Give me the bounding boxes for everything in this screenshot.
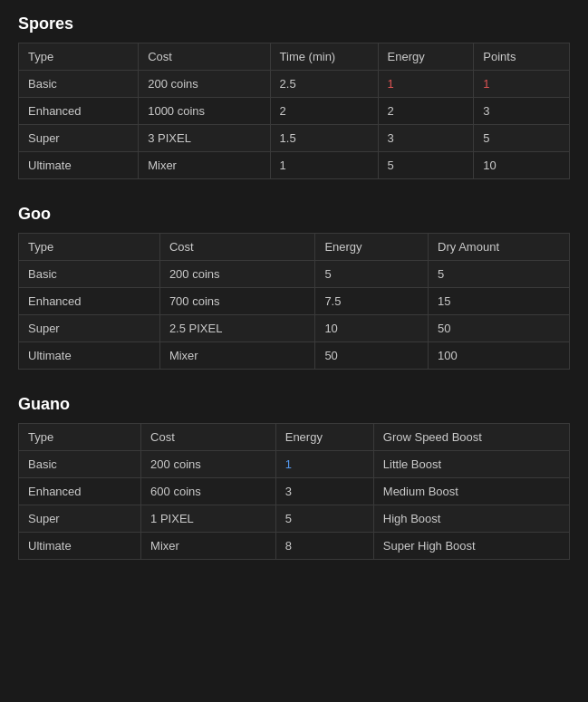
guano-col-cost: Cost — [141, 424, 276, 451]
spores-title: Spores — [18, 14, 570, 34]
guano-grow: Super High Boost — [373, 533, 569, 560]
table-row: Basic 200 coins 2.5 1 1 — [19, 71, 570, 98]
spores-type: Enhanced — [19, 98, 139, 125]
goo-col-dry: Dry Amount — [429, 234, 570, 261]
spores-cost: 200 coins — [139, 71, 270, 98]
spores-time: 2 — [270, 98, 378, 125]
spores-cost: 1000 coins — [139, 98, 270, 125]
guano-grow: High Boost — [373, 505, 569, 533]
guano-cost: Mixer — [141, 533, 276, 560]
guano-col-type: Type — [19, 424, 141, 451]
guano-energy: 3 — [275, 478, 373, 505]
spores-energy: 3 — [378, 125, 474, 152]
table-row: Enhanced 1000 coins 2 2 3 — [19, 98, 570, 125]
guano-col-grow: Grow Speed Boost — [373, 424, 569, 451]
table-row: Ultimate Mixer 8 Super High Boost — [19, 533, 570, 560]
spores-energy: 2 — [378, 98, 474, 125]
guano-energy: 1 — [275, 451, 373, 478]
goo-cost: 700 coins — [159, 288, 314, 315]
guano-type: Super — [19, 505, 141, 533]
spores-energy: 1 — [378, 71, 474, 98]
spores-type: Super — [19, 125, 139, 152]
goo-col-type: Type — [19, 234, 160, 261]
goo-dry: 15 — [429, 288, 570, 315]
guano-cost: 600 coins — [141, 478, 276, 505]
goo-energy: 7.5 — [315, 288, 429, 315]
guano-energy: 5 — [275, 505, 373, 533]
spores-cost: Mixer — [139, 152, 270, 179]
guano-header-row: Type Cost Energy Grow Speed Boost — [19, 424, 570, 451]
table-row: Enhanced 700 coins 7.5 15 — [19, 288, 570, 315]
table-row: Ultimate Mixer 50 100 — [19, 342, 570, 370]
table-row: Ultimate Mixer 1 5 10 — [19, 152, 570, 179]
goo-type: Super — [19, 315, 160, 342]
goo-cost: 2.5 PIXEL — [159, 315, 314, 342]
goo-col-cost: Cost — [159, 234, 314, 261]
goo-dry: 100 — [429, 342, 570, 370]
guano-section: Guano Type Cost Energy Grow Speed Boost … — [18, 395, 570, 560]
spores-section: Spores Type Cost Time (min) Energy Point… — [18, 14, 570, 179]
guano-cost: 200 coins — [141, 451, 276, 478]
spores-col-cost: Cost — [139, 43, 270, 71]
table-row: Super 3 PIXEL 1.5 3 5 — [19, 125, 570, 152]
spores-cost: 3 PIXEL — [139, 125, 270, 152]
goo-energy: 10 — [315, 315, 429, 342]
guano-grow: Little Boost — [373, 451, 569, 478]
spores-header-row: Type Cost Time (min) Energy Points — [19, 43, 570, 71]
goo-header-row: Type Cost Energy Dry Amount — [19, 234, 570, 261]
spores-table: Type Cost Time (min) Energy Points Basic… — [18, 43, 570, 179]
table-row: Super 2.5 PIXEL 10 50 — [19, 315, 570, 342]
spores-points: 10 — [474, 152, 570, 179]
guano-col-energy: Energy — [275, 424, 373, 451]
goo-type: Enhanced — [19, 288, 160, 315]
guano-grow: Medium Boost — [373, 478, 569, 505]
spores-time: 1 — [270, 152, 378, 179]
goo-cost: Mixer — [159, 342, 314, 370]
goo-title: Goo — [18, 205, 570, 224]
spores-points: 3 — [474, 98, 570, 125]
goo-section: Goo Type Cost Energy Dry Amount Basic 20… — [18, 205, 570, 370]
guano-type: Basic — [19, 451, 141, 478]
spores-type: Basic — [19, 71, 139, 98]
table-row: Basic 200 coins 1 Little Boost — [19, 451, 570, 478]
guano-energy: 8 — [275, 533, 373, 560]
goo-dry: 5 — [429, 261, 570, 288]
spores-col-points: Points — [474, 43, 570, 71]
spores-col-energy: Energy — [378, 43, 474, 71]
table-row: Enhanced 600 coins 3 Medium Boost — [19, 478, 570, 505]
guano-cost: 1 PIXEL — [141, 505, 276, 533]
spores-type: Ultimate — [19, 152, 139, 179]
guano-type: Ultimate — [19, 533, 141, 560]
spores-col-time: Time (min) — [270, 43, 378, 71]
goo-energy: 50 — [315, 342, 429, 370]
spores-time: 2.5 — [270, 71, 378, 98]
goo-cost: 200 coins — [159, 261, 314, 288]
spores-time: 1.5 — [270, 125, 378, 152]
goo-type: Basic — [19, 261, 160, 288]
guano-type: Enhanced — [19, 478, 141, 505]
guano-title: Guano — [18, 395, 570, 414]
spores-col-type: Type — [19, 43, 139, 71]
table-row: Basic 200 coins 5 5 — [19, 261, 570, 288]
goo-table: Type Cost Energy Dry Amount Basic 200 co… — [18, 233, 570, 370]
spores-energy: 5 — [378, 152, 474, 179]
table-row: Super 1 PIXEL 5 High Boost — [19, 505, 570, 533]
goo-type: Ultimate — [19, 342, 160, 370]
spores-points: 1 — [474, 71, 570, 98]
spores-points: 5 — [474, 125, 570, 152]
guano-table: Type Cost Energy Grow Speed Boost Basic … — [18, 423, 570, 560]
goo-dry: 50 — [429, 315, 570, 342]
goo-col-energy: Energy — [315, 234, 429, 261]
goo-energy: 5 — [315, 261, 429, 288]
